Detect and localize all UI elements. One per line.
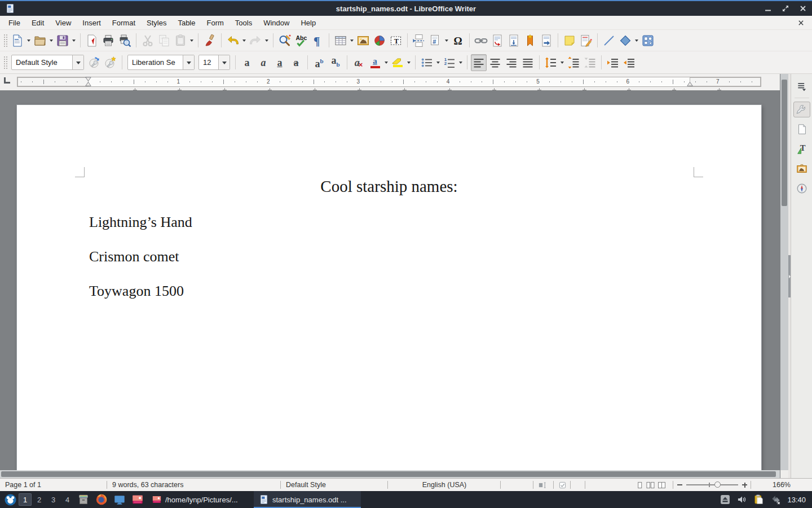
save-button[interactable] xyxy=(55,32,70,49)
close-document-icon[interactable] xyxy=(798,20,804,26)
document-title-text[interactable]: Cool starship names: xyxy=(88,177,690,196)
superscript-button[interactable]: ab xyxy=(311,54,327,71)
status-selection-mode[interactable] xyxy=(554,479,571,491)
menu-insert[interactable]: Insert xyxy=(77,17,107,29)
workspace-2[interactable]: 2 xyxy=(33,493,46,506)
document-page[interactable]: Cool starship names: Lightning’s HandCri… xyxy=(17,105,761,470)
eject-icon[interactable] xyxy=(720,494,731,505)
insert-table-dropdown[interactable] xyxy=(349,33,355,49)
align-right-button[interactable] xyxy=(504,54,519,71)
bullet-list-dropdown[interactable] xyxy=(435,55,441,71)
cut-button[interactable] xyxy=(140,32,156,49)
font-size-combobox[interactable]: 12 xyxy=(198,55,230,70)
zoom-in-icon[interactable] xyxy=(742,483,747,488)
paragraph-style-dropdown-icon[interactable] xyxy=(72,55,83,69)
menu-help[interactable]: Help xyxy=(295,17,321,29)
new-style-button[interactable] xyxy=(103,54,118,71)
workspace-3[interactable]: 3 xyxy=(47,493,60,506)
horizontal-ruler[interactable]: 1234567 xyxy=(17,77,761,87)
highlight-color-dropdown[interactable] xyxy=(406,55,412,71)
vertical-scrollbar[interactable] xyxy=(780,74,788,470)
basic-shapes-dropdown[interactable] xyxy=(634,33,639,49)
menu-table[interactable]: Table xyxy=(172,17,201,29)
endnote-button[interactable] xyxy=(506,32,522,49)
special-character-button[interactable]: Ω xyxy=(450,32,466,49)
workspace-4[interactable]: 4 xyxy=(61,493,74,506)
document-paragraph[interactable]: Toywagon 1500 xyxy=(89,283,184,300)
line-spacing-button[interactable] xyxy=(543,54,559,71)
copy-button[interactable] xyxy=(156,32,172,49)
insert-table-button[interactable] xyxy=(333,32,348,49)
menu-styles[interactable]: Styles xyxy=(141,17,172,29)
vertical-scrollbar-thumb[interactable] xyxy=(782,80,787,206)
status-word-count[interactable]: 9 words, 63 characters xyxy=(107,479,281,491)
menu-window[interactable]: Window xyxy=(258,17,295,29)
hyperlink-button[interactable] xyxy=(473,32,489,49)
volume-icon[interactable] xyxy=(736,494,748,505)
menu-file[interactable]: File xyxy=(3,17,26,29)
network-icon[interactable] xyxy=(770,494,782,505)
find-replace-button[interactable] xyxy=(277,32,293,49)
update-style-button[interactable] xyxy=(86,54,102,71)
track-changes-button[interactable] xyxy=(578,32,594,49)
indent-marker-left[interactable] xyxy=(85,77,91,89)
cross-reference-button[interactable] xyxy=(539,32,554,49)
menu-format[interactable]: Format xyxy=(107,17,141,29)
bookmark-button[interactable] xyxy=(522,32,538,49)
horizontal-scrollbar-thumb[interactable] xyxy=(1,471,776,477)
font-color-dropdown[interactable] xyxy=(383,55,389,71)
comment-button[interactable] xyxy=(562,32,577,49)
single-page-view-icon[interactable] xyxy=(636,481,643,489)
insert-textbox-button[interactable]: T xyxy=(388,32,404,49)
restore-icon[interactable] xyxy=(782,5,789,12)
page-break-button[interactable] xyxy=(411,32,427,49)
strikethrough-button[interactable]: a xyxy=(288,54,304,71)
open-dropdown[interactable] xyxy=(48,33,54,49)
launcher-display[interactable] xyxy=(112,492,127,507)
increase-paragraph-spacing-button[interactable] xyxy=(566,54,581,71)
zoom-slider[interactable] xyxy=(686,484,738,485)
open-button[interactable] xyxy=(32,32,48,49)
paste-dropdown[interactable] xyxy=(189,33,195,49)
decrease-indent-button[interactable] xyxy=(621,54,637,71)
toolbar-drag-handle[interactable] xyxy=(3,33,7,48)
sidebar-tab-properties[interactable] xyxy=(793,102,810,117)
status-page-style[interactable]: Default Style xyxy=(281,479,388,491)
insert-field-button[interactable]: # xyxy=(427,32,443,49)
font-name-combobox[interactable]: Liberation Se xyxy=(127,55,195,70)
bold-button[interactable]: a xyxy=(239,54,255,71)
close-icon[interactable] xyxy=(799,5,807,12)
redo-dropdown[interactable] xyxy=(264,33,270,49)
paragraph-style-value[interactable]: Default Style xyxy=(12,55,72,69)
font-size-value[interactable]: 12 xyxy=(199,55,218,69)
menu-edit[interactable]: Edit xyxy=(26,17,50,29)
highlight-color-button[interactable] xyxy=(390,54,405,71)
increase-indent-button[interactable] xyxy=(605,54,621,71)
launcher-media-app[interactable] xyxy=(130,492,145,507)
sidebar-tab-styles[interactable]: T xyxy=(793,141,810,157)
undo-dropdown[interactable] xyxy=(241,33,247,49)
line-spacing-dropdown[interactable] xyxy=(559,55,565,71)
taskbar-task[interactable]: startship_names.odt ... xyxy=(254,491,361,508)
status-language[interactable]: English (USA) xyxy=(388,479,501,491)
taskbar-clock[interactable]: 13:40 xyxy=(787,496,806,504)
sidebar-tab-gallery[interactable] xyxy=(793,161,810,177)
book-view-icon[interactable] xyxy=(657,481,666,489)
footnote-button[interactable] xyxy=(489,32,505,49)
indent-marker-right[interactable] xyxy=(687,77,693,89)
align-center-button[interactable] xyxy=(487,54,503,71)
font-name-dropdown-icon[interactable] xyxy=(183,55,194,69)
status-insert-mode[interactable] xyxy=(533,479,554,491)
launcher-file-manager[interactable] xyxy=(76,492,91,507)
undo-button[interactable] xyxy=(225,32,241,49)
tab-stop-selector[interactable] xyxy=(4,77,10,84)
minimize-icon[interactable] xyxy=(764,5,772,12)
document-paragraph[interactable]: Crismon comet xyxy=(89,248,179,265)
clear-formatting-button[interactable]: a× xyxy=(351,54,367,71)
insert-field-dropdown[interactable] xyxy=(444,33,449,49)
workspace-1[interactable]: 1 xyxy=(19,493,32,506)
subscript-button[interactable]: ab xyxy=(328,54,343,71)
numbered-list-dropdown[interactable] xyxy=(458,55,464,71)
numbered-list-button[interactable]: 12 xyxy=(442,54,457,71)
paragraph-style-combobox[interactable]: Default Style xyxy=(11,55,84,70)
